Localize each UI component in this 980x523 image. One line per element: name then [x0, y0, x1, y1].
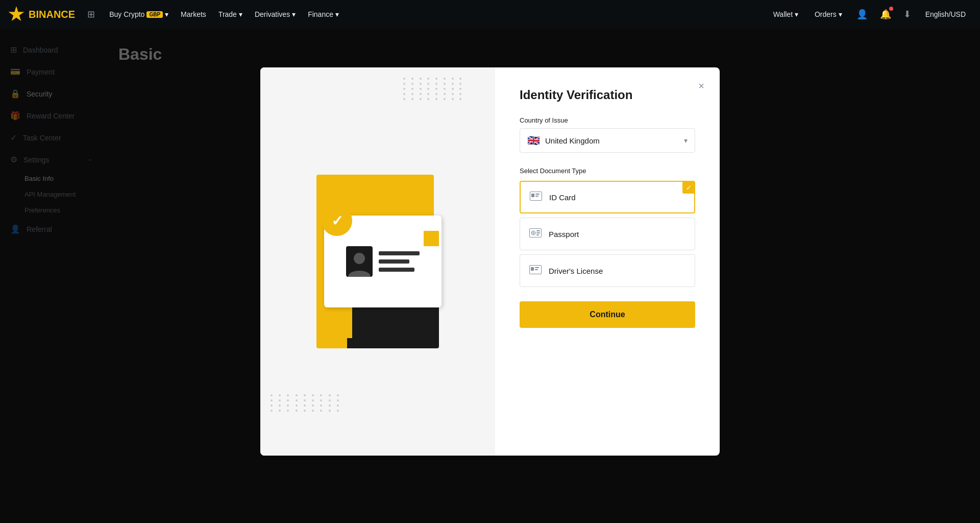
svg-rect-3: [535, 194, 540, 195]
id-card-label: ID Card: [549, 193, 576, 202]
svg-point-0: [354, 253, 365, 264]
svg-rect-9: [536, 230, 540, 231]
country-dropdown-left: 🇬🇧 United Kingdom: [527, 134, 600, 147]
country-label: Country of Issue: [520, 116, 695, 124]
modal-illustration-panel: ✓: [260, 67, 495, 456]
country-flag: 🇬🇧: [527, 134, 540, 147]
modal-wrapper: ✓ × Identity Verification Country of Iss…: [0, 0, 980, 523]
drivers-license-label: Driver's License: [549, 267, 603, 275]
illus-tiny-rect: [347, 338, 357, 348]
illus-card-lines: [379, 251, 420, 272]
svg-rect-14: [535, 267, 539, 268]
close-button[interactable]: ×: [693, 78, 709, 94]
passport-label: Passport: [549, 230, 579, 239]
chevron-down-icon: ▾: [684, 136, 688, 145]
country-dropdown[interactable]: 🇬🇧 United Kingdom ▾: [520, 128, 695, 153]
modal-content-panel: × Identity Verification Country of Issue…: [495, 67, 720, 456]
dot-pattern-top-right: [403, 78, 464, 129]
svg-rect-13: [531, 267, 534, 271]
svg-rect-4: [535, 196, 538, 197]
svg-rect-15: [535, 269, 538, 270]
svg-rect-11: [536, 234, 539, 235]
id-card-selected-check: ✓: [682, 181, 695, 194]
document-type-label: Select Document Type: [520, 167, 695, 175]
svg-rect-2: [531, 194, 534, 197]
identity-verification-modal: ✓ × Identity Verification Country of Iss…: [260, 67, 720, 456]
id-card-icon: [530, 192, 542, 203]
illus-small-rect: [424, 231, 439, 246]
illus-card-content: [338, 238, 428, 285]
svg-rect-10: [536, 232, 540, 233]
continue-button[interactable]: Continue: [520, 301, 695, 328]
doc-option-drivers-license[interactable]: Driver's License: [520, 254, 695, 287]
illus-avatar: [346, 246, 373, 277]
passport-icon: [529, 228, 542, 240]
dot-pattern-bottom-left: [271, 394, 342, 445]
drivers-license-icon: [529, 265, 542, 277]
country-name: United Kingdom: [545, 136, 600, 145]
doc-option-id-card[interactable]: ID Card ✓: [520, 181, 695, 213]
id-verification-illustration: ✓: [296, 164, 459, 359]
doc-option-passport[interactable]: Passport: [520, 218, 695, 250]
illus-checkmark: ✓: [322, 205, 352, 236]
modal-title: Identity Verification: [520, 88, 695, 102]
